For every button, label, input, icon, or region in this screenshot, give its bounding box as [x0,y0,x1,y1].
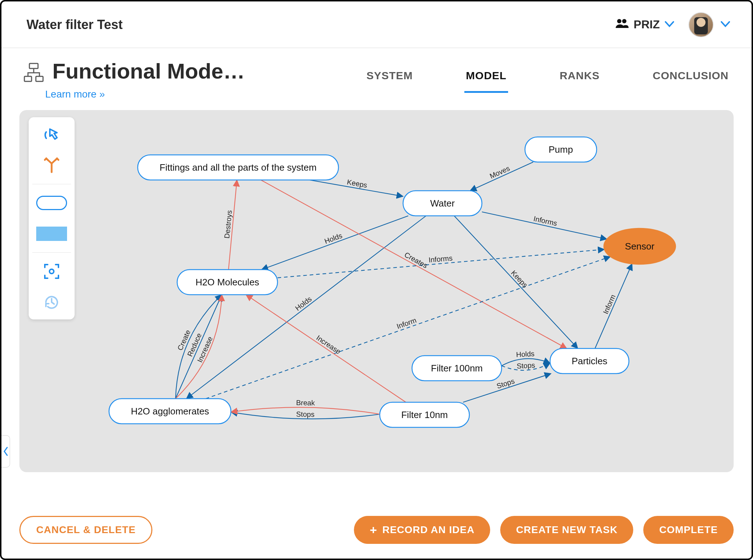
node-label: Particles [572,356,607,366]
edge[interactable] [261,216,408,270]
node-label: Water [430,198,455,209]
learn-more-link[interactable]: Learn more » [45,89,246,100]
edge-label: Inform [396,316,417,331]
node-label: Sensor [625,241,655,252]
svg-rect-2 [29,63,38,68]
node-f100[interactable]: Filter 100nm [412,356,502,381]
node-sensor[interactable]: Sensor [604,228,676,264]
node-agg[interactable]: H2O agglomerates [109,399,231,424]
tab-conclusion[interactable]: CONCLUSION [651,67,730,93]
edge-label: Break [296,399,316,407]
node-water[interactable]: Water [403,191,482,216]
complete-button[interactable]: COMPLETE [643,516,734,544]
model-canvas[interactable]: KeepsMovesInformsHoldsKeepsHoldsDestroys… [19,110,734,472]
team-icon [615,18,629,32]
edge[interactable] [595,264,632,348]
topbar: Water filter Test PRIZ [1,1,752,48]
edge[interactable] [278,250,604,278]
edge-label: Stops [517,361,535,370]
user-menu[interactable] [688,12,730,37]
cancel-delete-button[interactable]: CANCEL & DELETE [19,516,152,544]
team-switcher[interactable]: PRIZ [615,18,674,32]
edge[interactable] [482,212,607,239]
subheader: Functional Modeling Learn more » SYSTEM … [1,48,752,100]
tab-ranks[interactable]: RANKS [558,67,601,93]
edge[interactable] [470,162,533,191]
edge-label: Increase [315,334,342,356]
node-label: H2O agglomerates [131,406,209,417]
edge-label: Informs [428,254,453,264]
svg-rect-3 [24,76,32,81]
chevron-down-icon [665,19,674,30]
chevron-down-icon [721,19,730,30]
record-idea-button[interactable]: + RECORD AN IDEA [354,516,490,544]
team-label: PRIZ [634,18,660,31]
edge-label: Moves [488,164,511,180]
tab-system[interactable]: SYSTEM [365,67,414,93]
node-particles[interactable]: Particles [550,348,629,374]
node-label: Filter 10nm [401,409,448,420]
functional-model-icon [23,62,44,84]
tab-model[interactable]: MODEL [464,67,508,93]
project-title: Water filter Test [27,17,123,32]
node-fittings[interactable]: Fittings and all the parts of the system [138,155,338,180]
node-label: Pump [549,144,573,155]
edge-label: Stops [296,410,314,418]
page-title: Functional Modeling [52,59,246,84]
edge[interactable] [246,295,406,402]
node-label: H2O Molecules [195,277,259,288]
edge[interactable] [454,216,578,348]
edge-label: Holds [516,350,535,359]
svg-point-0 [617,19,621,23]
tabs: SYSTEM MODEL RANKS CONCLUSION [365,59,730,93]
edge[interactable] [186,216,426,399]
node-label: Filter 100nm [431,363,483,374]
create-task-button[interactable]: CREATE NEW TASK [500,516,633,544]
avatar [688,12,714,37]
node-h2o[interactable]: H2O Molecules [177,270,278,295]
node-label: Fittings and all the parts of the system [160,162,317,173]
record-idea-label: RECORD AN IDEA [382,524,474,536]
plus-icon: + [370,523,377,537]
edge-label: Keeps [346,178,368,189]
svg-rect-4 [36,76,43,81]
node-pump[interactable]: Pump [525,137,597,162]
side-collapse-handle[interactable] [1,435,10,468]
node-f10[interactable]: Filter 10nm [380,402,469,427]
svg-point-1 [622,19,626,23]
diagram[interactable]: KeepsMovesInformsHoldsKeepsHoldsDestroys… [19,110,734,472]
footer: CANCEL & DELETE + RECORD AN IDEA CREATE … [1,501,752,559]
